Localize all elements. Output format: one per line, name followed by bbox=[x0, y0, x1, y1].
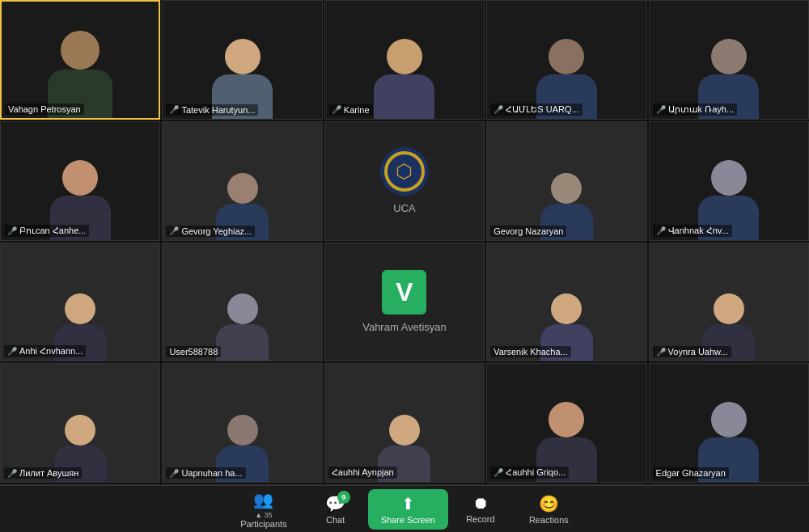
participant-name: Лилит Авушян bbox=[19, 468, 78, 478]
chat-label: Chat bbox=[326, 515, 345, 525]
participant-tile[interactable]: 🎤 Лилит Авушян bbox=[0, 363, 160, 483]
participant-tile[interactable]: 🎤 Uaрnuhan ha... bbox=[162, 363, 322, 483]
participant-tile[interactable]: 🎤 ՀԱՄLԵS UARQ... bbox=[486, 0, 646, 120]
participant-tile[interactable]: 🎤 Hayarpi Avetisyan bbox=[324, 484, 485, 485]
share-screen-label: Share Screen bbox=[381, 515, 435, 525]
participant-name: UCA bbox=[393, 202, 415, 214]
participant-tile[interactable]: 🎤 Gevorg Yeghiaz... bbox=[162, 121, 322, 241]
participant-name: Varsenik Khacha... bbox=[493, 347, 568, 357]
participant-tile[interactable]: User588788 bbox=[162, 243, 322, 362]
participant-tile[interactable]: 🎤 Anhi Հnvhann... bbox=[0, 243, 160, 362]
participants-label: Participants bbox=[240, 519, 286, 529]
record-button[interactable]: ⏺ Record bbox=[448, 489, 513, 529]
chat-button[interactable]: 💬 9 Chat bbox=[303, 489, 368, 530]
participant-name: Edgar Ghazaryan bbox=[656, 468, 726, 478]
participant-tile[interactable]: 🎤 Voynra Uahw... bbox=[649, 243, 809, 362]
participant-name: Tatevik Harutyun... bbox=[181, 105, 255, 115]
participant-tile[interactable]: V Vahram Avetisyan bbox=[324, 243, 485, 362]
share-screen-button[interactable]: ⬆ Share Screen bbox=[368, 489, 448, 530]
participants-count: ▲ 35 bbox=[255, 511, 272, 519]
participant-name: Բուcan Հanhe... bbox=[19, 226, 86, 236]
reactions-button[interactable]: 😊 Reactions bbox=[513, 489, 585, 530]
toolbar: 👥 ▲ 35 Participants 💬 9 Chat ⬆ Share Scr… bbox=[0, 485, 809, 532]
participant-tile[interactable]: Gevorg Nazaryan bbox=[486, 121, 646, 241]
record-icon: ⏺ bbox=[472, 494, 489, 513]
participant-name: Karine bbox=[344, 105, 370, 115]
participant-tile[interactable]: 🎤 ASHOT MIRZOY... bbox=[486, 484, 646, 485]
uca-logo bbox=[380, 147, 429, 196]
participant-tile[interactable]: 🎤 Tatevik Harutyun... bbox=[162, 0, 322, 120]
share-screen-icon: ⬆ bbox=[401, 494, 415, 513]
participant-name: Վanhnak Հnv... bbox=[668, 226, 729, 236]
v-avatar: V bbox=[382, 270, 426, 315]
participant-name: Gevorg Yeghiaz... bbox=[181, 226, 252, 236]
chat-badge: 9 bbox=[337, 491, 350, 504]
participant-name: Vahagn Petrosyan bbox=[8, 104, 81, 114]
participant-tile[interactable]: UCA bbox=[324, 121, 485, 241]
participant-name: Gevorg Nazaryan bbox=[493, 226, 563, 236]
participant-name: Voynra Uahw... bbox=[668, 347, 728, 357]
participant-tile[interactable]: 🎤 Բուcan Հanhe... bbox=[0, 121, 160, 241]
participant-name: Հauhhi Aynрjan bbox=[332, 467, 394, 478]
participant-name: User588788 bbox=[169, 347, 218, 357]
participant-tile[interactable]: 🎤 Վanhnak Հnv... bbox=[649, 121, 809, 241]
participant-name: Uaрnuhan ha... bbox=[181, 468, 242, 478]
participant-name: Հauhhi Griqo... bbox=[506, 467, 565, 478]
video-grid: Vahagn Petrosyan 🎤 Tatevik Harutyun... 🎤… bbox=[0, 0, 809, 485]
record-label: Record bbox=[466, 514, 494, 524]
participants-icon: 👥 bbox=[253, 490, 273, 509]
reactions-label: Reactions bbox=[529, 515, 569, 525]
participant-tile[interactable]: Edgar Ghazaryan bbox=[649, 363, 809, 483]
participant-tile[interactable]: 🎤 Karine bbox=[324, 0, 485, 120]
participant-name: Արտաk Ռayh... bbox=[668, 104, 734, 115]
participant-tile[interactable]: 🎤 Արտաk Ռayh... bbox=[649, 0, 809, 120]
participant-tile[interactable]: Vahagn Petrosyan bbox=[0, 0, 160, 120]
participant-tile[interactable]: 🎤 Հauhhi Griqo... bbox=[486, 363, 646, 483]
participant-tile[interactable]: Հauhhi Aynрjan bbox=[324, 363, 485, 483]
participant-tile[interactable]: Varsenik Khacha... bbox=[486, 243, 646, 362]
participant-tile[interactable]: 🎤 Armenuhi Ba... bbox=[0, 484, 160, 485]
participant-name: Anhi Հnvhann... bbox=[19, 346, 83, 357]
participant-name: Vahram Avetisyan bbox=[362, 321, 447, 333]
participant-tile[interactable]: 🎤 Artem Kharazya... bbox=[649, 484, 809, 485]
reactions-icon: 😊 bbox=[539, 494, 559, 513]
participant-name: ՀԱՄLԵS UARQ... bbox=[506, 104, 578, 115]
participants-button[interactable]: 👥 ▲ 35 Participants bbox=[224, 485, 303, 533]
